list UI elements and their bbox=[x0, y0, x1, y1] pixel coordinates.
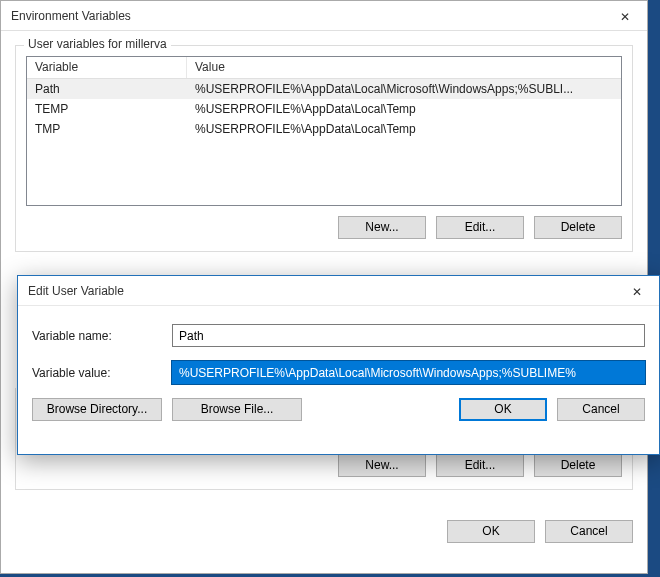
cell-val: %USERPROFILE%\AppData\Local\Temp bbox=[187, 120, 621, 138]
user-variables-group-label: User variables for millerva bbox=[24, 37, 171, 51]
edit-dialog-buttons: Browse Directory... Browse File... OK Ca… bbox=[32, 398, 645, 421]
cell-val: %USERPROFILE%\AppData\Local\Microsoft\Wi… bbox=[187, 80, 621, 98]
user-new-button[interactable]: New... bbox=[338, 216, 426, 239]
sys-new-button[interactable]: New... bbox=[338, 454, 426, 477]
edit-ok-button[interactable]: OK bbox=[459, 398, 547, 421]
variable-name-input[interactable] bbox=[172, 324, 645, 347]
col-value[interactable]: Value bbox=[187, 57, 621, 78]
cell-var: TMP bbox=[27, 120, 187, 138]
user-edit-button[interactable]: Edit... bbox=[436, 216, 524, 239]
variable-name-row: Variable name: bbox=[32, 324, 645, 347]
edit-body: Variable name: Variable value: Browse Di… bbox=[18, 306, 659, 433]
table-row[interactable]: TMP %USERPROFILE%\AppData\Local\Temp bbox=[27, 119, 621, 139]
env-title: Environment Variables bbox=[11, 9, 131, 23]
edit-title: Edit User Variable bbox=[28, 284, 124, 298]
cell-var: TEMP bbox=[27, 100, 187, 118]
variable-value-label: Variable value: bbox=[32, 366, 172, 380]
cell-var: Path bbox=[27, 80, 187, 98]
variable-name-label: Variable name: bbox=[32, 329, 172, 343]
user-variables-buttons: New... Edit... Delete bbox=[26, 216, 622, 239]
variable-value-row: Variable value: bbox=[32, 361, 645, 384]
env-titlebar: Environment Variables ✕ bbox=[1, 1, 647, 31]
user-delete-button[interactable]: Delete bbox=[534, 216, 622, 239]
close-icon: ✕ bbox=[620, 10, 630, 24]
table-header: Variable Value bbox=[27, 57, 621, 79]
system-variables-buttons: New... Edit... Delete bbox=[26, 454, 622, 477]
user-variables-rows: Path %USERPROFILE%\AppData\Local\Microso… bbox=[27, 79, 621, 139]
table-row[interactable]: Path %USERPROFILE%\AppData\Local\Microso… bbox=[27, 79, 621, 99]
edit-user-variable-dialog: Edit User Variable ✕ Variable name: Vari… bbox=[17, 275, 660, 455]
user-variables-table[interactable]: Variable Value Path %USERPROFILE%\AppDat… bbox=[26, 56, 622, 206]
cell-val: %USERPROFILE%\AppData\Local\Temp bbox=[187, 100, 621, 118]
user-variables-group: User variables for millerva Variable Val… bbox=[15, 45, 633, 252]
close-icon: ✕ bbox=[632, 285, 642, 299]
edit-cancel-button[interactable]: Cancel bbox=[557, 398, 645, 421]
browse-directory-button[interactable]: Browse Directory... bbox=[32, 398, 162, 421]
edit-close-button[interactable]: ✕ bbox=[614, 276, 659, 306]
sys-delete-button[interactable]: Delete bbox=[534, 454, 622, 477]
table-row[interactable]: TEMP %USERPROFILE%\AppData\Local\Temp bbox=[27, 99, 621, 119]
edit-titlebar: Edit User Variable ✕ bbox=[18, 276, 659, 306]
env-close-button[interactable]: ✕ bbox=[602, 1, 647, 31]
env-ok-button[interactable]: OK bbox=[447, 520, 535, 543]
variable-value-input[interactable] bbox=[172, 361, 645, 384]
browse-file-button[interactable]: Browse File... bbox=[172, 398, 302, 421]
env-dialog-buttons: OK Cancel bbox=[1, 520, 647, 557]
sys-edit-button[interactable]: Edit... bbox=[436, 454, 524, 477]
col-variable[interactable]: Variable bbox=[27, 57, 187, 78]
env-cancel-button[interactable]: Cancel bbox=[545, 520, 633, 543]
